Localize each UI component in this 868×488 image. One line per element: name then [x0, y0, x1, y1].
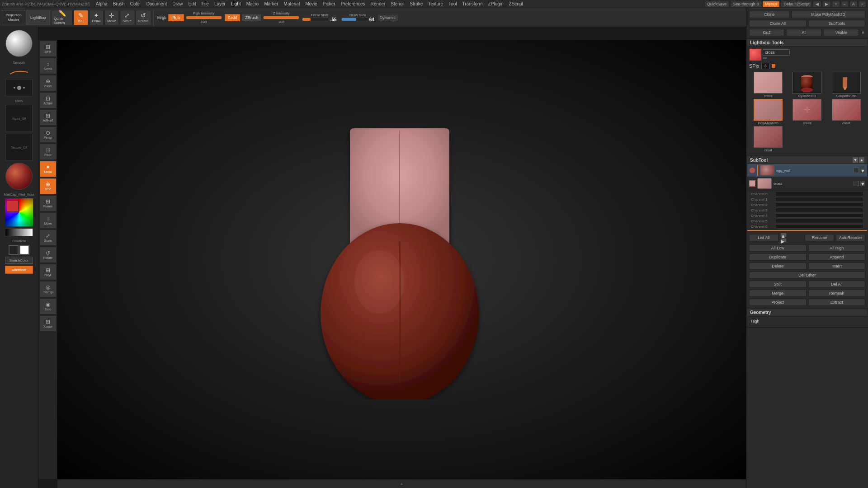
color-picker[interactable]: [5, 198, 33, 226]
tool-item-cylinder[interactable]: Cylinder3D: [788, 72, 826, 98]
quicksave-button[interactable]: QuickSave: [704, 1, 730, 7]
menu-zscript[interactable]: ZScript: [506, 1, 526, 6]
channel-4-slider[interactable]: [775, 213, 863, 218]
all-high-button[interactable]: All High: [808, 244, 866, 252]
extract-button[interactable]: Extract: [808, 299, 866, 306]
equals-button[interactable]: =: [859, 1, 866, 7]
eat-button[interactable]: ✎ Eat: [74, 10, 88, 25]
draw-size-slider[interactable]: [341, 18, 368, 21]
focal-shift-slider[interactable]: [302, 18, 329, 21]
menu-light[interactable]: Light: [228, 1, 244, 6]
all-low-button[interactable]: All Low: [749, 244, 807, 252]
menu-draw[interactable]: Draw: [170, 1, 185, 6]
clone-all-button[interactable]: Clone All: [749, 20, 807, 27]
channel-1-slider[interactable]: [775, 197, 863, 202]
del-all-button[interactable]: Del All: [808, 281, 866, 288]
menu-preferences[interactable]: Preferences: [338, 1, 368, 6]
color-bg-swatch[interactable]: [9, 245, 19, 255]
brush-preview[interactable]: [5, 30, 33, 57]
menu-stroke[interactable]: Stroke: [407, 1, 425, 6]
menu-brush[interactable]: Brush: [110, 1, 127, 6]
dots-brush-preview[interactable]: [5, 79, 33, 96]
subtool-header[interactable]: SubTool ▼ ▲: [747, 156, 867, 164]
list-all-button[interactable]: List All: [749, 234, 778, 241]
spix-indicator[interactable]: [772, 64, 775, 68]
cross-preview-thumb[interactable]: [749, 48, 762, 61]
subtool-item-egg-wall[interactable]: egg_wall ▼: [747, 164, 867, 177]
aahalf-button[interactable]: ⊞ AAHalf: [39, 109, 57, 126]
solo-button[interactable]: ◉ Solo: [39, 298, 57, 314]
r-button[interactable]: R: [861, 31, 865, 35]
letter-a-button[interactable]: A: [849, 1, 858, 7]
actual-button[interactable]: ⊡ Actual: [39, 92, 57, 108]
rename-button[interactable]: Rename: [805, 234, 834, 241]
lightbox-button[interactable]: LightBox: [26, 10, 50, 25]
spix-value[interactable]: 3: [761, 63, 770, 69]
all-button[interactable]: All: [786, 29, 821, 36]
cross-input[interactable]: cross: [763, 49, 790, 56]
quick-sketch-button[interactable]: ✏️ Quick Sketch: [51, 10, 73, 25]
alpha-preview[interactable]: Alpha_Off: [5, 105, 33, 132]
draw-button[interactable]: ✦ Draw: [89, 10, 104, 25]
menu-marker[interactable]: Marker: [261, 1, 281, 6]
tool-item-polymesh[interactable]: PolyMesh3D: [749, 99, 787, 125]
zedit-button[interactable]: ZBrush: [242, 14, 261, 21]
menu-picker[interactable]: Picker: [320, 1, 338, 6]
matcap-preview[interactable]: [5, 163, 33, 190]
del-other-button[interactable]: Del Other: [749, 272, 865, 279]
subtool-button[interactable]: SubTools: [808, 20, 866, 27]
menu-tool[interactable]: Tool: [446, 1, 459, 6]
geometry-header[interactable]: Geometry: [747, 309, 867, 316]
nav-next-button[interactable]: ▶: [822, 1, 831, 7]
tool-item-cross1[interactable]: cross: [749, 72, 787, 98]
duplicate-button[interactable]: Duplicate: [749, 253, 807, 261]
move-button[interactable]: ✛ Move: [104, 10, 119, 25]
move-view-button[interactable]: ↕ Move: [39, 212, 57, 229]
project-button[interactable]: Project: [749, 299, 807, 306]
goz-button[interactable]: GoZ: [749, 29, 784, 36]
channel-3-slider[interactable]: [775, 208, 863, 212]
switch-color-button[interactable]: SwitchColor: [5, 257, 33, 264]
bpr-button[interactable]: ⊞ BPR: [39, 41, 57, 57]
gradient-bar[interactable]: [5, 228, 33, 236]
menu-document[interactable]: Document: [144, 1, 170, 6]
xyz-button[interactable]: ⊕ XYZ: [39, 178, 57, 194]
subtract-button[interactable]: –: [841, 1, 849, 7]
scale-view-button[interactable]: ⤢ Scale: [39, 230, 57, 246]
tool-item-simplebrush[interactable]: SimpleBrush: [827, 72, 865, 98]
nav-prev-button[interactable]: ◀: [813, 1, 821, 7]
channel-0-slider[interactable]: [775, 192, 863, 196]
menu-macro[interactable]: Macro: [244, 1, 262, 6]
subtool-item-cross[interactable]: cross ▼: [747, 177, 867, 190]
autoreorder-button[interactable]: AutoReorder: [836, 234, 865, 241]
rotate-view-button[interactable]: ↺ Rotate: [39, 247, 57, 263]
persp-button[interactable]: ⊙ Persp: [39, 127, 57, 143]
lightbox-tools-header[interactable]: Lightbox› Tools: [747, 39, 867, 47]
texture-preview[interactable]: Texture_Off: [5, 134, 33, 161]
see-through-button[interactable]: See-through 0: [730, 1, 761, 7]
default-zscript-button[interactable]: DefaultZScript: [781, 1, 812, 7]
menu-transform[interactable]: Transform: [459, 1, 485, 6]
subtool-expand-icon[interactable]: ▼: [853, 157, 858, 163]
tool-item-croat[interactable]: croat: [749, 126, 787, 152]
menu-file[interactable]: File: [199, 1, 212, 6]
tool-item-creat[interactable]: creat: [827, 99, 865, 125]
menu-material[interactable]: Material: [281, 1, 303, 6]
tool-item-cross2[interactable]: ✛ cross: [788, 99, 826, 125]
subtool-lock2[interactable]: ▼: [860, 181, 865, 186]
make-polymesh-button[interactable]: Make PolyMesh3D: [791, 11, 865, 18]
clone-button[interactable]: Clone: [749, 11, 789, 18]
delete-button[interactable]: Delete: [749, 263, 807, 270]
menu-texture[interactable]: Texture: [425, 1, 446, 6]
menu-movie[interactable]: Movie: [302, 1, 320, 6]
xpose-button[interactable]: ⊞ Xpose: [39, 315, 57, 332]
scroll-button[interactable]: ↕ Scroll: [39, 58, 57, 74]
menu-render[interactable]: Render: [368, 1, 388, 6]
subtool-toggle2[interactable]: [854, 181, 859, 186]
subtool-collapse-icon[interactable]: ▲: [859, 157, 864, 163]
list-arrow-up[interactable]: ▲: [780, 233, 787, 237]
menus-button[interactable]: Menus: [762, 1, 780, 7]
subtool-toggle1[interactable]: [854, 168, 859, 173]
menu-color[interactable]: Color: [127, 1, 144, 6]
add-button[interactable]: +: [832, 1, 840, 7]
